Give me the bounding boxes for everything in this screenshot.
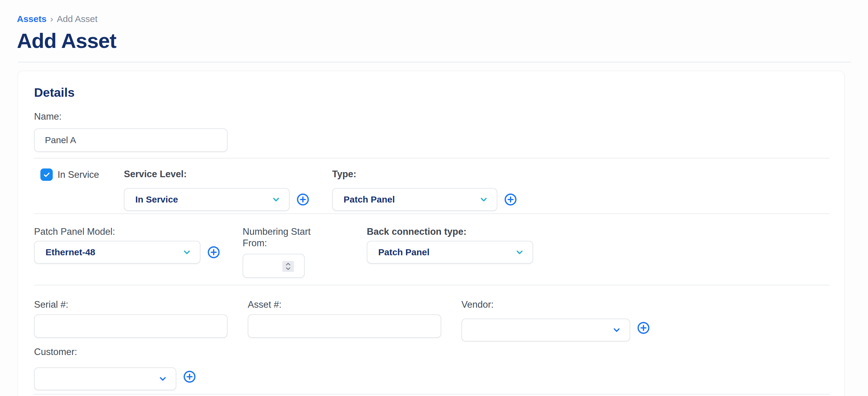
chevron-down-icon (478, 194, 489, 205)
checkmark-icon (43, 171, 51, 179)
chevron-down-icon (182, 247, 192, 257)
in-service-label: In Service (58, 170, 99, 180)
patch-panel-model-label: Patch Panel Model: (34, 226, 243, 237)
numbering-start-label: Numbering Start From: (243, 226, 315, 248)
details-card: Details Name: In Service Service Level: (18, 71, 844, 396)
header-divider (18, 62, 851, 62)
add-vendor-button[interactable] (637, 321, 650, 335)
patch-panel-model-value: Ethernet-48 (45, 247, 95, 257)
plus-circle-icon (296, 193, 310, 206)
back-connection-type-label: Back connection type: (367, 226, 533, 237)
plus-circle-icon (183, 370, 196, 383)
page-title: Add Asset (17, 29, 851, 53)
numbering-start-input[interactable] (243, 257, 273, 275)
patch-panel-model-column: Patch Panel Model: Ethernet-48 (34, 226, 243, 278)
name-label: Name: (34, 111, 830, 122)
vendor-column: Vendor: (461, 299, 650, 341)
vendor-label: Vendor: (461, 299, 650, 310)
vendor-select[interactable] (461, 318, 630, 341)
plus-circle-icon (504, 193, 517, 206)
breadcrumb: Assets › Add Asset (17, 14, 851, 24)
name-row: Name: (34, 111, 830, 158)
serial-label: Serial #: (34, 299, 248, 310)
customer-select[interactable] (34, 367, 176, 390)
service-level-column: Service Level: In Service (124, 169, 332, 211)
in-service-column: In Service (34, 169, 124, 211)
service-level-label: Service Level: (124, 169, 332, 180)
serial-input[interactable] (34, 314, 227, 338)
asset-number-column: Asset #: (248, 299, 461, 341)
add-asset-page: Assets › Add Asset Add Asset Details Nam… (0, 0, 868, 396)
chevron-down-icon (271, 194, 281, 205)
add-type-button[interactable] (504, 193, 517, 206)
back-connection-type-value: Patch Panel (378, 247, 430, 257)
breadcrumb-assets-link[interactable]: Assets (17, 14, 46, 24)
model-row: Patch Panel Model: Ethernet-48 (34, 214, 830, 285)
in-service-checkbox-group[interactable]: In Service (40, 169, 124, 181)
page-header: Assets › Add Asset Add Asset (0, 0, 868, 53)
plus-circle-icon (207, 246, 220, 259)
chevron-down-icon (612, 325, 622, 335)
numbering-start-field[interactable] (243, 254, 305, 278)
add-customer-button[interactable] (183, 370, 196, 383)
asset-number-input[interactable] (248, 314, 441, 338)
plus-circle-icon (637, 321, 650, 335)
serial-column: Serial #: (34, 299, 248, 341)
service-level-select[interactable]: In Service (124, 188, 290, 211)
back-connection-type-select[interactable]: Patch Panel (367, 241, 533, 264)
customer-label: Customer: (34, 346, 830, 358)
add-patch-panel-model-button[interactable] (207, 246, 220, 259)
serial-row: Serial #: Asset #: Vendor: (34, 285, 830, 395)
service-level-value: In Service (135, 194, 178, 205)
name-input[interactable] (34, 128, 227, 152)
chevron-right-icon: › (50, 14, 53, 24)
number-stepper[interactable] (282, 261, 294, 272)
asset-number-label: Asset #: (248, 299, 461, 310)
add-service-level-button[interactable] (296, 193, 310, 206)
service-row: In Service Service Level: In Service (34, 158, 830, 214)
back-connection-type-column: Back connection type: Patch Panel (367, 226, 533, 278)
type-column: Type: Patch Panel (332, 169, 517, 211)
patch-panel-model-select[interactable]: Ethernet-48 (34, 241, 200, 264)
up-down-arrows-icon (284, 262, 292, 271)
section-heading: Details (34, 86, 830, 100)
customer-column: Customer: (34, 346, 830, 390)
type-value: Patch Panel (344, 194, 395, 205)
chevron-down-icon (158, 374, 168, 384)
breadcrumb-current: Add Asset (57, 14, 97, 24)
chevron-down-icon (515, 247, 525, 257)
numbering-start-column: Numbering Start From: (243, 226, 367, 278)
type-select[interactable]: Patch Panel (332, 188, 497, 211)
type-label: Type: (332, 169, 517, 180)
in-service-checkbox[interactable] (40, 169, 53, 181)
